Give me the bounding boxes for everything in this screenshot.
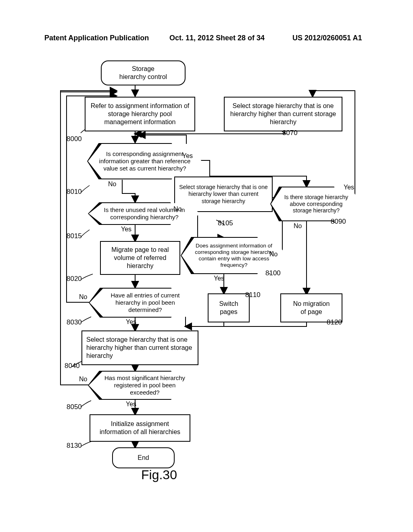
node-8010: Is corresponding assignment information …: [88, 144, 202, 179]
ref-8020: 8020: [67, 275, 82, 283]
ref-8010: 8010: [67, 188, 82, 196]
ref-8000: 8000: [67, 135, 82, 143]
node-start: Storage hierarchy control: [101, 60, 186, 85]
label-8010-yes: Yes: [182, 152, 193, 160]
label-8015-yes: Yes: [121, 226, 131, 233]
ref-8070: 8070: [282, 129, 298, 137]
ref-8015: 8015: [67, 232, 82, 240]
node-8050: Has most significant hierarchy registere…: [89, 372, 201, 399]
ref-8090: 8090: [331, 218, 346, 226]
node-8000: Refer to assignment information of stora…: [85, 97, 195, 131]
label-8015-no: No: [173, 206, 181, 213]
ref-8120: 8120: [327, 318, 342, 326]
ref-8050: 8050: [67, 403, 82, 411]
node-8040: Select storage hierarchy that is one hie…: [81, 330, 198, 365]
ref-8100: 8100: [265, 269, 281, 277]
page: Patent Application Publication Oct. 11, …: [0, 0, 413, 532]
ref-8110: 8110: [245, 291, 261, 299]
ref-8105: 8105: [218, 219, 233, 227]
node-8130: Initialize assignment information of all…: [90, 414, 190, 442]
node-8110: Switch pages: [208, 293, 250, 322]
label-8050-no: No: [79, 376, 87, 383]
header-right: US 2012/0260051 A1: [292, 34, 362, 42]
ref-8040: 8040: [65, 362, 80, 370]
figure-label: Fig.30: [141, 468, 177, 482]
label-8100-yes: Yes: [214, 275, 224, 282]
label-8030-no: No: [79, 293, 87, 301]
label-8030-yes: Yes: [126, 318, 136, 326]
label-8100-no: No: [269, 251, 277, 258]
label-8090-no: No: [294, 222, 302, 230]
header-center: Oct. 11, 2012 Sheet 28 of 34: [169, 34, 265, 42]
node-8020: Migrate page to real volume of referred …: [100, 241, 180, 275]
node-8070: Select storage hierarchy that is one hie…: [224, 97, 342, 131]
ref-8030: 8030: [67, 318, 82, 326]
ref-8130: 8130: [67, 442, 82, 450]
label-8050-yes: Yes: [126, 401, 136, 408]
label-8010-no: No: [108, 181, 116, 188]
node-8090: Is there storage hierarchy above corresp…: [271, 187, 361, 220]
header-left: Patent Application Publication: [44, 34, 149, 42]
node-8015: Is there unused real volume in correspon…: [89, 203, 200, 224]
label-8090-yes: Yes: [344, 184, 354, 191]
node-8030: Have all entries of current hierarchy in…: [90, 289, 201, 317]
node-end: End: [112, 447, 175, 468]
